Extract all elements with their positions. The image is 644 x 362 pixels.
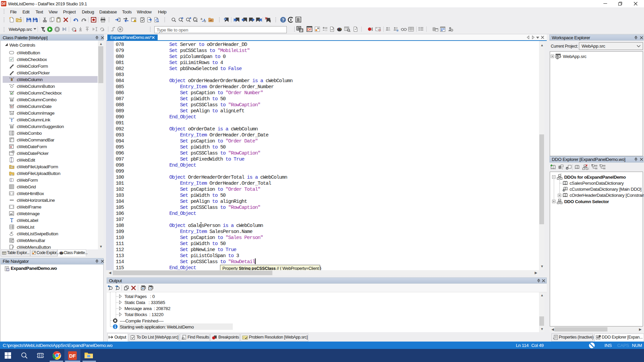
svg-text:a: a (201, 17, 202, 20)
svg-text:#: # (103, 28, 104, 32)
svg-text:?: ? (282, 17, 284, 22)
svg-text:DF: DF (69, 353, 76, 359)
svg-text:!: ! (244, 337, 244, 339)
svg-text:m: m (563, 189, 565, 192)
svg-text:ab: ab (209, 19, 212, 22)
svg-text:DF: DF (307, 28, 312, 32)
svg-text:DF: DF (1, 2, 6, 6)
